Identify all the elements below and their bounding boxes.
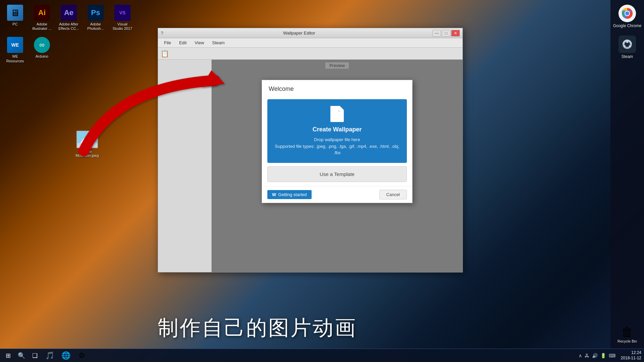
title-bar-left: ? [161, 31, 166, 36]
vs-icon-label: Visual Studio 2017 [112, 22, 133, 31]
search-button[interactable]: 🔍 [15, 350, 28, 361]
recycle-bin-img: 🗑 [621, 325, 633, 339]
modal-body: Create Wallpaper Drop wallpaper file her… [262, 95, 412, 186]
recycle-bin-label: Recycle Bin [618, 339, 637, 343]
steam-label: Steam [622, 54, 633, 59]
desktop: 🖥 PC Ai Adobe Illustrator ... Ae Adobe A… [0, 0, 644, 362]
getting-started-label: Getting started [278, 192, 307, 197]
file-label: Snow Mountain.jpeg [74, 149, 101, 158]
clock-time: 12:24 [631, 350, 641, 356]
tray-volume[interactable]: 🔊 [591, 352, 598, 359]
taskbar-settings[interactable]: ⚙ [74, 350, 89, 361]
clock-date: 2018-11-12 [621, 356, 641, 361]
ae-icon-label: Adobe After Effects CC... [58, 22, 79, 31]
arduino-icon: ∞ [34, 37, 50, 53]
tray-keyboard[interactable]: ⌨ [608, 352, 616, 359]
getting-started-button[interactable]: W Getting started [267, 190, 312, 199]
desktop-icon-ps[interactable]: Ps Adobe Photosh... [84, 3, 107, 32]
right-taskbar: Google Chrome Steam [610, 0, 644, 282]
modal-dialog: Welcome [262, 80, 413, 203]
we-icon: WE [7, 37, 23, 53]
app-window: ? Wallpaper Editor — □ ✕ File Edit View … [158, 28, 463, 273]
create-wallpaper-drop-area[interactable]: Create Wallpaper Drop wallpaper file her… [267, 99, 407, 163]
svg-point-12 [626, 40, 629, 43]
right-taskbar-chrome[interactable]: Google Chrome [612, 1, 642, 32]
left-panel [158, 60, 212, 272]
desktop-icon-ae[interactable]: Ae Adobe After Effects CC... [57, 3, 80, 32]
menu-file[interactable]: File [161, 40, 174, 46]
new-file-icon [330, 106, 344, 122]
help-button[interactable]: ? [161, 31, 163, 36]
title-bar: ? Wallpaper Editor — □ ✕ [158, 28, 463, 38]
svg-point-14 [629, 45, 631, 47]
drop-text: Drop wallpaper file here [274, 136, 400, 143]
desktop-icon-arduino[interactable]: ∞ Arduino [30, 36, 54, 64]
menu-bar: File Edit View Steam [158, 38, 463, 48]
app-body: Preview Welcome [158, 60, 463, 272]
modal-overlay: Welcome [212, 60, 463, 272]
svg-point-8 [625, 11, 629, 15]
taskbar-chrome[interactable]: 🌐 [58, 350, 73, 361]
system-clock[interactable]: 12:24 2018-11-12 [621, 350, 641, 361]
desktop-icon-vs[interactable]: VS Visual Studio 2017 [111, 3, 134, 32]
steam-icon [619, 36, 636, 53]
right-taskbar-steam[interactable]: Steam [612, 32, 642, 62]
desktop-icon-ai[interactable]: Ai Adobe Illustrator ... [30, 3, 54, 32]
ps-icon: Ps [88, 5, 104, 21]
desktop-icons-area: 🖥 PC Ai Adobe Illustrator ... Ae Adobe A… [3, 3, 134, 65]
cancel-button[interactable]: Cancel [379, 190, 407, 199]
taskbar-spotify[interactable]: 🎵 [42, 350, 57, 361]
icon-row-2: WE WE Resources ∞ Arduino [3, 36, 134, 64]
ai-icon: Ai [34, 5, 50, 21]
file-thumbnail [76, 131, 98, 148]
supported-types-text: Supported file types: .jpeg, .png, .tga,… [274, 143, 400, 156]
ps-icon-label: Adobe Photosh... [85, 22, 106, 31]
ai-icon-label: Adobe Illustrator ... [32, 22, 52, 31]
window-title: Wallpaper Editor [166, 31, 432, 36]
subtitle-text: 制作自己的图片动画 [158, 314, 357, 342]
arduino-icon-label: Arduino [36, 54, 48, 59]
pc-icon-label: PC [12, 22, 17, 26]
chrome-label: Google Chrome [613, 23, 642, 28]
title-bar-controls: — □ ✕ [432, 30, 460, 37]
create-wallpaper-title: Create Wallpaper [274, 126, 400, 133]
preview-area: Preview Welcome [212, 60, 463, 272]
svg-rect-3 [77, 143, 97, 147]
close-button[interactable]: ✕ [451, 30, 460, 37]
svg-marker-16 [338, 110, 340, 112]
tray-icons: ∧ 🖧 🔊 🔋 ⌨ [578, 352, 616, 359]
chrome-icon [619, 5, 636, 22]
menu-edit[interactable]: Edit [176, 40, 190, 46]
tray-chevron[interactable]: ∧ [578, 352, 583, 359]
ae-icon: Ae [61, 5, 77, 21]
w-icon: W [272, 192, 276, 197]
desktop-icon-we[interactable]: WE WE Resources [3, 36, 27, 64]
menu-view[interactable]: View [191, 40, 207, 46]
use-template-button[interactable]: Use a Template [267, 166, 407, 182]
pc-icon: 🖥 [7, 5, 23, 21]
desktop-file-snow-mountain[interactable]: Snow Mountain.jpeg [74, 131, 101, 158]
modal-title: Welcome [262, 80, 412, 95]
right-taskbar-bottom: 🗑 Recycle Bin [610, 282, 644, 349]
we-icon-label: WE Resources [5, 54, 25, 63]
svg-rect-17 [338, 112, 340, 118]
start-button[interactable]: ⊞ [2, 350, 14, 361]
modal-footer: W Getting started Cancel [262, 186, 412, 203]
system-tray: ∧ 🖧 🔊 🔋 ⌨ 12:24 2018-11-12 [463, 349, 644, 362]
svg-point-13 [624, 45, 626, 47]
desktop-icon-pc[interactable]: 🖥 PC [3, 3, 27, 32]
svg-rect-15 [334, 110, 338, 118]
icon-row-1: 🖥 PC Ai Adobe Illustrator ... Ae Adobe A… [3, 3, 134, 32]
toolbar-icon[interactable]: 📋 [161, 50, 169, 58]
menu-steam[interactable]: Steam [209, 40, 228, 46]
tray-network[interactable]: 🖧 [584, 352, 590, 359]
recycle-bin-icon[interactable]: 🗑 Recycle Bin [615, 322, 639, 346]
vs-icon: VS [114, 5, 130, 21]
taskbar: ⊞ 🔍 ❑ 🎵 🌐 ⚙ [0, 349, 463, 362]
task-view-button[interactable]: ❑ [29, 350, 41, 361]
toolbar: 📋 [158, 48, 463, 60]
maximize-button[interactable]: □ [442, 30, 450, 37]
tray-battery[interactable]: 🔋 [600, 352, 607, 359]
minimize-button[interactable]: — [432, 30, 441, 37]
